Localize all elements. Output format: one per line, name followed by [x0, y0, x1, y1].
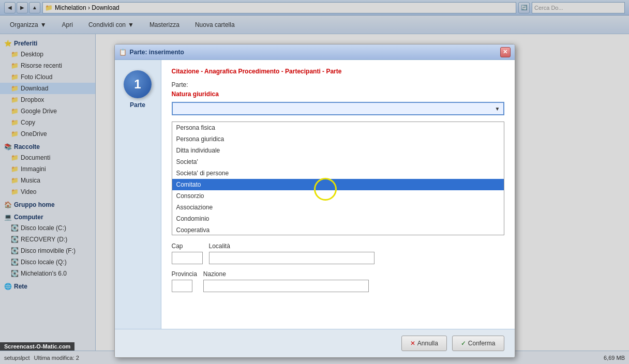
cap-localita-row: Cap Località: [172, 242, 504, 264]
conferma-button[interactable]: ✓ Conferma: [452, 336, 504, 351]
dialog-title: 📋 Parte: inserimento: [119, 49, 184, 56]
dialog-overlay: 📋 Parte: inserimento ✕ 1 Parte Citazione…: [0, 0, 629, 364]
localita-input[interactable]: [209, 252, 375, 264]
cap-group: Cap: [172, 242, 203, 264]
localita-group: Località: [209, 242, 375, 264]
list-item[interactable]: Persona fisica: [172, 122, 504, 133]
provincia-group: Provincia: [172, 270, 197, 292]
dialog-title-bar: 📋 Parte: inserimento ✕: [115, 44, 515, 60]
nazione-group: Nazione: [203, 270, 369, 292]
cap-label: Cap: [172, 242, 203, 250]
parte-label: Parte:: [172, 81, 504, 88]
dropdown-arrow-icon: ▼: [495, 106, 500, 112]
list-item[interactable]: Condominio: [172, 213, 504, 224]
provincia-nazione-row: Provincia Nazione: [172, 270, 504, 292]
dialog-left-panel: 1 Parte: [115, 60, 161, 329]
annulla-button[interactable]: ✕ Annulla: [401, 336, 447, 351]
conferma-label: Conferma: [468, 340, 496, 347]
provincia-input[interactable]: [172, 280, 192, 292]
dialog-close-button[interactable]: ✕: [500, 47, 511, 57]
conferma-check-icon: ✓: [461, 340, 466, 347]
annulla-x-icon: ✕: [410, 340, 415, 347]
watermark: Screencast-O-Matic.com: [0, 342, 74, 351]
dialog-parte-inserimento: 📋 Parte: inserimento ✕ 1 Parte Citazione…: [114, 44, 515, 358]
natura-giuridica-listbox[interactable]: Persona fisicaPersona giuridicaDitta ind…: [172, 122, 504, 235]
step-label: Parte: [130, 101, 145, 109]
cap-input[interactable]: [172, 252, 203, 264]
list-item[interactable]: Consorzio: [172, 190, 504, 202]
nazione-label: Nazione: [203, 270, 369, 278]
dialog-breadcrumb: Citazione - Anagrafica Procedimento - Pa…: [172, 68, 504, 75]
natura-giuridica-label: Natura giuridica: [172, 90, 504, 98]
list-item[interactable]: Cooperativa: [172, 224, 504, 235]
provincia-label: Provincia: [172, 270, 197, 278]
dialog-right-panel: Citazione - Anagrafica Procedimento - Pa…: [161, 60, 515, 329]
natura-giuridica-dropdown[interactable]: ▼: [172, 102, 504, 115]
dialog-footer: ✕ Annulla ✓ Conferma: [115, 329, 515, 357]
close-icon: ✕: [503, 49, 507, 55]
list-item[interactable]: Associazione: [172, 202, 504, 213]
dialog-title-text: Parte: inserimento: [130, 49, 184, 56]
dialog-body: 1 Parte Citazione - Anagrafica Procedime…: [115, 60, 515, 329]
annulla-label: Annulla: [417, 340, 438, 347]
list-item[interactable]: Comitato: [172, 179, 504, 190]
step-number: 1: [134, 77, 141, 92]
natura-giuridica-dropdown-container: ▼: [172, 102, 504, 115]
list-item[interactable]: Societa': [172, 156, 504, 168]
list-item[interactable]: Societa' di persone: [172, 168, 504, 179]
list-item[interactable]: Ditta individuale: [172, 145, 504, 156]
step-circle: 1: [124, 70, 152, 98]
dialog-title-icon: 📋: [119, 49, 127, 56]
nazione-input[interactable]: [203, 280, 369, 292]
list-item[interactable]: Persona giuridica: [172, 133, 504, 145]
localita-label: Località: [209, 242, 375, 250]
